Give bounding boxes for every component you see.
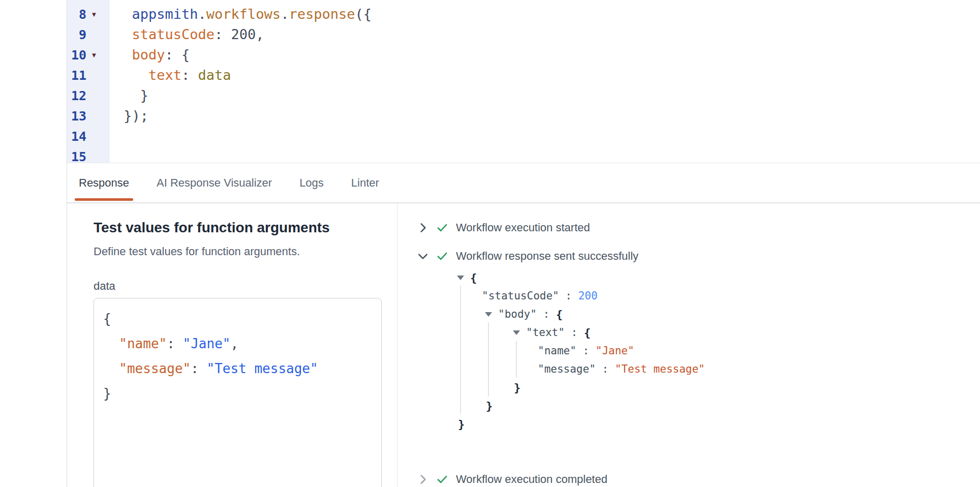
code-line[interactable]: appsmith.workflows.response({: [115, 4, 980, 24]
code-token: "Jane": [183, 336, 231, 351]
code-token: "message": [538, 363, 596, 375]
editor-code-area[interactable]: appsmith.workflows.response({ statusCode…: [109, 0, 980, 163]
code-token: ,: [230, 336, 238, 351]
code-token: "name": [119, 336, 167, 351]
code-token: [103, 336, 119, 351]
code-token: :: [559, 290, 578, 302]
line-number: 15: [71, 149, 86, 163]
code-token: body: [132, 47, 165, 63]
code-line[interactable]: }: [115, 85, 980, 106]
bottom-panel-tabbar: ResponseAI Response VisualizerLogsLinter: [67, 163, 980, 203]
code-token: "Test message": [615, 363, 705, 375]
tree-collapse-icon[interactable]: [457, 276, 464, 280]
code-token: :: [576, 345, 596, 357]
chevron-right-icon[interactable]: [416, 473, 430, 486]
code-token: "message": [119, 361, 191, 376]
gutter-line: 10▼: [67, 45, 109, 65]
tree-collapse-icon[interactable]: [513, 330, 520, 335]
line-number: 13: [71, 109, 86, 124]
tab-logs[interactable]: Logs: [296, 163, 327, 202]
tree-row: }: [416, 397, 980, 415]
test-values-panel: Test values for function arguments Defin…: [67, 203, 397, 487]
code-token: "text": [526, 326, 565, 339]
code-token: text: [148, 67, 181, 83]
json-input-line[interactable]: }: [103, 381, 381, 406]
gutter-line: 9: [67, 24, 109, 45]
log-row-label: Workflow execution started: [456, 221, 590, 234]
code-token: workflows: [206, 6, 281, 22]
json-input-line[interactable]: "message": "Test message": [103, 356, 381, 381]
line-number: 10: [71, 48, 86, 63]
success-check-icon: [436, 250, 449, 263]
code-token: "Jane": [596, 345, 634, 357]
log-row-response-sent[interactable]: Workflow response sent successfully: [416, 247, 980, 265]
code-token: ({: [355, 6, 372, 22]
code-token: response: [289, 6, 355, 22]
left-whitespace: [0, 0, 67, 487]
json-input-line[interactable]: "name": "Jane",: [103, 331, 381, 356]
code-token: "name": [538, 345, 576, 357]
fold-toggle-icon[interactable]: ▼: [86, 11, 102, 18]
tree-row: "text" : {: [416, 323, 980, 342]
code-line[interactable]: [115, 146, 980, 163]
editor-gutter: 8▼910▼1112131415: [67, 0, 109, 163]
code-token: [115, 87, 140, 103]
tree-guide-line: [516, 341, 517, 378]
gutter-line: 12: [67, 85, 109, 106]
fold-toggle-icon[interactable]: ▼: [86, 52, 102, 58]
tab-linter[interactable]: Linter: [348, 163, 382, 202]
success-check-icon: [436, 221, 449, 234]
code-line[interactable]: [115, 126, 980, 146]
code-token: 200: [578, 290, 598, 302]
tree-row: }: [416, 378, 980, 397]
code-token: }: [140, 87, 148, 103]
json-input-line[interactable]: {: [103, 307, 381, 331]
log-row-execution-started[interactable]: Workflow execution started: [416, 219, 980, 237]
code-token: [115, 108, 124, 124]
tree-row: "statusCode" : 200: [416, 287, 980, 305]
code-token: [103, 361, 119, 376]
tree-row: {: [416, 268, 980, 287]
code-token: :: [537, 308, 556, 320]
tab-ai-response-visualizer[interactable]: AI Response Visualizer: [154, 163, 275, 202]
code-token: });: [124, 108, 148, 124]
gutter-line: 11: [67, 65, 109, 85]
data-field-input[interactable]: { "name": "Jane", "message": "Test messa…: [94, 298, 382, 487]
success-check-icon: [436, 473, 449, 486]
gutter-line: 14: [67, 126, 109, 146]
chevron-down-icon[interactable]: [416, 250, 430, 263]
code-token: {: [556, 308, 563, 321]
line-number: 11: [71, 68, 86, 83]
code-token: :: [596, 363, 615, 375]
code-token: statusCode: [132, 26, 215, 42]
log-row-label: Workflow execution completed: [456, 473, 607, 486]
tree-row: "message" : "Test message": [416, 360, 980, 378]
code-line[interactable]: statusCode: 200,: [115, 24, 980, 45]
code-token: {: [470, 271, 477, 284]
code-line[interactable]: body: {: [115, 45, 980, 65]
code-token: }: [514, 381, 520, 394]
tree-row: "name" : "Jane": [416, 342, 980, 360]
code-line[interactable]: text: data: [115, 65, 980, 85]
code-token: "statusCode": [482, 290, 559, 302]
tree-collapse-icon[interactable]: [485, 312, 492, 317]
code-line[interactable]: });: [115, 106, 980, 126]
code-token: [115, 67, 148, 83]
code-token: data: [190, 67, 231, 83]
main-content: 8▼910▼1112131415 appsmith.workflows.resp…: [67, 0, 980, 487]
code-token: {: [584, 326, 591, 339]
tab-response[interactable]: Response: [76, 163, 132, 202]
tree-row: }: [416, 415, 980, 433]
code-token: :: [215, 26, 223, 42]
tree-guide-line: [488, 322, 489, 397]
log-row-execution-completed[interactable]: Workflow execution completed: [416, 470, 980, 487]
gutter-line: 15: [67, 146, 109, 163]
line-number: 12: [71, 88, 86, 103]
chevron-right-icon[interactable]: [416, 221, 430, 234]
line-number: 9: [79, 27, 86, 42]
code-token: "body": [498, 308, 537, 320]
code-token: "Test message": [207, 361, 318, 376]
code-token: :: [167, 336, 182, 351]
code-token: :: [191, 361, 206, 376]
code-token: [115, 47, 132, 63]
